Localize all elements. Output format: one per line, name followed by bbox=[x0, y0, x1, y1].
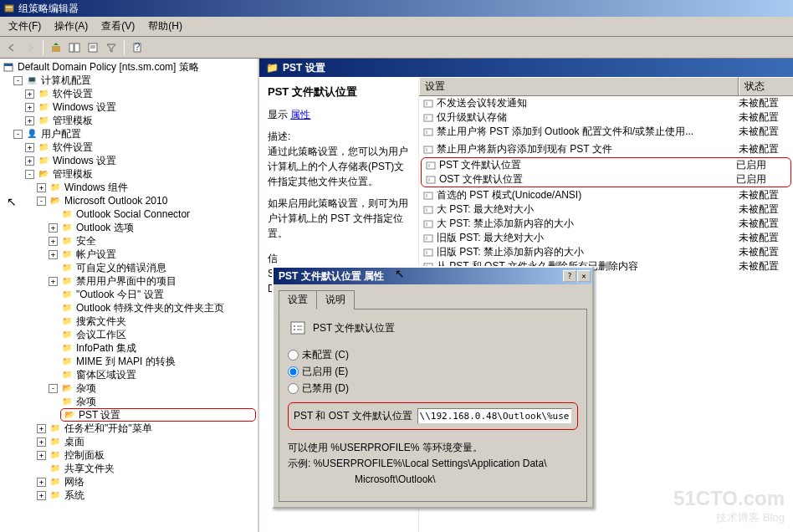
tree-mime[interactable]: 📁MIME 到 MAPI 的转换 bbox=[60, 355, 256, 368]
main-toolbar: ? bbox=[0, 37, 793, 59]
tree-network[interactable]: +📁网络 bbox=[37, 475, 256, 489]
list-item[interactable]: 旧版 PST: 禁止添加新内容的大小未被配置 bbox=[419, 245, 793, 259]
tree-social[interactable]: 📁Outlook Social Connector bbox=[60, 207, 256, 221]
list-item[interactable]: 大 PST: 禁止添加新内容的大小未被配置 bbox=[419, 217, 793, 231]
list-item[interactable]: OST 文件默认位置已启用 bbox=[422, 172, 790, 187]
folder-icon: 📁 bbox=[49, 476, 62, 488]
folder-icon: 📁 bbox=[60, 222, 74, 233]
properties-link[interactable]: 属性 bbox=[290, 109, 310, 120]
up-button[interactable] bbox=[48, 39, 64, 56]
back-button[interactable] bbox=[3, 39, 20, 56]
tree-computer-config[interactable]: -💻计算机配置 bbox=[13, 74, 256, 87]
path-input[interactable] bbox=[417, 408, 572, 424]
expand-icon[interactable]: + bbox=[25, 143, 34, 152]
tree-panel[interactable]: Default Domain Policy [nts.sm.com] 策略 -💻… bbox=[0, 59, 259, 532]
help-button[interactable]: ? bbox=[563, 270, 576, 282]
expand-icon[interactable]: + bbox=[25, 156, 34, 166]
expand-icon[interactable]: + bbox=[49, 250, 58, 259]
list-item[interactable]: 大 PST: 最大绝对大小未被配置 bbox=[419, 202, 793, 217]
tree-form-region[interactable]: 📁窗体区域设置 bbox=[60, 368, 256, 381]
main-menubar: 文件(F) 操作(A) 查看(V) 帮助(H) bbox=[0, 17, 793, 37]
menu-help[interactable]: 帮助(H) bbox=[143, 18, 187, 34]
svg-point-44 bbox=[426, 253, 427, 254]
tree-user-config[interactable]: -👤用户配置 bbox=[13, 127, 256, 141]
tree-software[interactable]: +📁软件设置 bbox=[25, 87, 256, 100]
menu-file[interactable]: 文件(F) bbox=[3, 18, 46, 34]
list-item[interactable]: 首选的 PST 模式(Unicode/ANSI)未被配置 bbox=[419, 188, 793, 202]
forward-button[interactable] bbox=[22, 39, 38, 56]
folder-icon: 📁 bbox=[60, 275, 74, 287]
expand-icon[interactable]: + bbox=[25, 103, 34, 112]
app-icon bbox=[3, 3, 15, 14]
tree-misc-item[interactable]: 📁杂项 bbox=[60, 395, 256, 408]
properties-button[interactable] bbox=[84, 39, 101, 56]
list-item[interactable]: 禁止用户将新内容添加到现有 PST 文件未被配置 bbox=[419, 142, 793, 156]
expand-icon[interactable]: + bbox=[37, 437, 46, 447]
expand-icon[interactable]: + bbox=[37, 183, 46, 192]
tree-windows-settings[interactable]: +📁Windows 设置 bbox=[25, 100, 256, 114]
expand-icon[interactable]: + bbox=[25, 116, 34, 125]
svg-rect-12 bbox=[424, 100, 432, 107]
help-button[interactable]: ? bbox=[129, 39, 146, 56]
svg-text:?: ? bbox=[135, 42, 141, 53]
tree-outlook-special[interactable]: 📁Outlook 特殊文件夹的文件夹主页 bbox=[60, 301, 256, 315]
tree-outlook-today[interactable]: 📁"Outlook 今日" 设置 bbox=[60, 288, 256, 301]
expand-icon[interactable]: + bbox=[37, 451, 46, 460]
collapse-icon[interactable]: - bbox=[25, 170, 34, 179]
tab-settings[interactable]: 设置 bbox=[279, 290, 317, 309]
tree-custom-err[interactable]: 📁可自定义的错误消息 bbox=[60, 261, 256, 274]
tree-system[interactable]: +📁系统 bbox=[37, 489, 256, 502]
tree-outlook-opts[interactable]: +📁Outlook 选项 bbox=[49, 221, 256, 234]
tree-win-components[interactable]: +📁Windows 组件 bbox=[37, 181, 256, 194]
tree-software2[interactable]: +📁软件设置 bbox=[25, 141, 256, 154]
menu-view[interactable]: 查看(V) bbox=[96, 18, 140, 34]
expand-icon[interactable]: + bbox=[37, 491, 46, 500]
expand-icon[interactable]: + bbox=[37, 424, 46, 433]
tree-infopath[interactable]: 📁InfoPath 集成 bbox=[60, 341, 256, 355]
expand-icon[interactable]: + bbox=[49, 237, 58, 246]
tree-shared[interactable]: 📁共享文件夹 bbox=[37, 462, 256, 475]
close-button[interactable]: ✕ bbox=[577, 270, 591, 282]
folder-open-icon: 📂 bbox=[49, 195, 62, 207]
tree-winset2[interactable]: +📁Windows 设置 bbox=[25, 154, 256, 167]
collapse-icon[interactable]: - bbox=[49, 384, 58, 393]
tree-desktop[interactable]: +📁桌面 bbox=[37, 435, 256, 448]
expand-icon[interactable]: + bbox=[49, 223, 58, 233]
col-setting[interactable]: 设置 bbox=[419, 77, 739, 95]
tree-root[interactable]: Default Domain Policy [nts.sm.com] 策略 bbox=[2, 60, 256, 74]
show-hide-button[interactable] bbox=[66, 39, 83, 56]
filter-button[interactable] bbox=[103, 39, 120, 56]
tab-explain[interactable]: 说明 bbox=[316, 290, 355, 309]
dialog-titlebar[interactable]: PST 文件默认位置 属性 ? ✕ bbox=[274, 268, 592, 284]
tree-admin2[interactable]: -📂管理模板 bbox=[25, 167, 256, 181]
list-item[interactable]: 不发送会议转发通知未被配置 bbox=[419, 96, 793, 110]
list-item[interactable]: 禁止用户将 PST 添加到 Outlook 配置文件和/或禁止使用...未被配置 bbox=[419, 125, 793, 139]
list-item[interactable]: 旧版 PST: 最大绝对大小未被配置 bbox=[419, 231, 793, 245]
folder-open-icon: 📂 bbox=[37, 168, 50, 180]
tree-security[interactable]: +📁安全 bbox=[49, 234, 256, 248]
collapse-icon[interactable]: - bbox=[13, 76, 23, 85]
tree-meeting[interactable]: 📁会议工作区 bbox=[60, 328, 256, 341]
tree-outlook2010[interactable]: -📂Microsoft Outlook 2010 bbox=[37, 194, 256, 207]
radio-enabled[interactable]: 已启用 (E) bbox=[288, 366, 348, 377]
collapse-icon[interactable]: - bbox=[13, 130, 23, 139]
tree-pst-settings[interactable]: 📂PST 设置 bbox=[60, 408, 256, 422]
cutoff-text: 信 bbox=[268, 251, 410, 266]
list-item[interactable]: PST 文件默认位置已启用 bbox=[422, 158, 790, 172]
tree-misc[interactable]: -📂杂项 bbox=[49, 381, 256, 395]
expand-icon[interactable]: + bbox=[49, 277, 58, 286]
tree-disable-ui[interactable]: +📁禁用用户界面中的项目 bbox=[49, 274, 256, 288]
expand-icon[interactable]: + bbox=[37, 478, 46, 487]
menu-action[interactable]: 操作(A) bbox=[49, 18, 93, 34]
tree-control-panel[interactable]: +📁控制面板 bbox=[37, 448, 256, 462]
tree-search-folders[interactable]: 📁搜索文件夹 bbox=[60, 315, 256, 328]
collapse-icon[interactable]: - bbox=[37, 197, 46, 206]
col-status[interactable]: 状态 bbox=[739, 77, 793, 95]
tree-account[interactable]: +📁帐户设置 bbox=[49, 248, 256, 261]
list-item[interactable]: 仅升级默认存储未被配置 bbox=[419, 110, 793, 125]
radio-disabled[interactable]: 已禁用 (D) bbox=[288, 382, 349, 394]
expand-icon[interactable]: + bbox=[25, 90, 34, 99]
tree-taskbar[interactable]: +📁任务栏和"开始"菜单 bbox=[37, 422, 256, 435]
tree-admin-templates[interactable]: +📁管理模板 bbox=[25, 114, 256, 127]
radio-not-configured[interactable]: 未配置 (C) bbox=[288, 349, 349, 361]
